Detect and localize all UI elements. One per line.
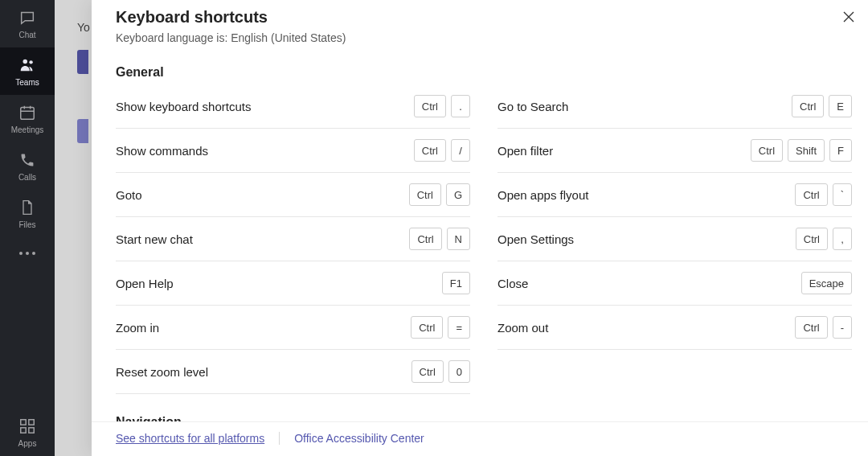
shortcut-label: Open Help [116, 277, 174, 290]
background-chip [77, 119, 88, 143]
key: Ctrl [409, 228, 441, 250]
svg-rect-2 [21, 108, 35, 120]
key: F1 [442, 272, 470, 294]
shortcut-label: Open filter [497, 144, 553, 158]
apprail-more[interactable] [0, 237, 55, 269]
apprail-calls-label: Calls [18, 173, 36, 183]
key: Ctrl [414, 95, 446, 117]
svg-point-1 [29, 60, 32, 64]
key: / [451, 139, 470, 162]
chat-icon [18, 8, 37, 27]
shortcut-row: Open Settings Ctrl, [497, 217, 852, 261]
teams-icon [18, 55, 37, 75]
app-rail: Chat Teams Meetings Calls Files [0, 0, 55, 456]
key: E [829, 95, 852, 117]
shortcut-label: Reset zoom level [116, 365, 208, 379]
apprail-teams-label: Teams [15, 78, 39, 88]
key: Ctrl [414, 139, 446, 162]
shortcut-row: Open Help F1 [116, 261, 470, 306]
shortcut-row: Open filter CtrlShiftF [497, 129, 852, 173]
key: F [829, 139, 852, 162]
section-title-navigation: Navigation [116, 415, 852, 421]
key: Ctrl [751, 139, 783, 162]
phone-icon [18, 150, 37, 170]
shortcut-label: Show keyboard shortcuts [116, 100, 251, 113]
apprail-calls[interactable]: Calls [0, 142, 55, 190]
key: Ctrl [411, 316, 443, 339]
modal-subtitle: Keyboard language is: English (United St… [116, 31, 852, 44]
see-all-platforms-link[interactable]: See shortcuts for all platforms [116, 432, 264, 445]
apprail-chat[interactable]: Chat [0, 0, 55, 47]
key: - [833, 316, 852, 339]
svg-point-0 [23, 60, 28, 64]
shortcut-row: Go to Search CtrlE [497, 84, 852, 129]
svg-rect-9 [29, 428, 34, 433]
key: N [447, 228, 470, 250]
shortcut-label: Show commands [116, 144, 208, 158]
key: = [448, 316, 470, 339]
modal-title: Keyboard shortcuts [116, 8, 852, 27]
shortcut-row: Zoom out Ctrl- [497, 306, 852, 350]
shortcut-row: Goto CtrlG [116, 173, 470, 217]
apprail-meetings-label: Meetings [11, 125, 44, 135]
key: Ctrl [409, 183, 441, 206]
calendar-icon [18, 103, 37, 122]
svg-point-5 [32, 252, 35, 255]
apprail-files[interactable]: Files [0, 190, 55, 237]
svg-point-4 [26, 252, 29, 255]
key: Ctrl [795, 316, 827, 339]
background-chip [77, 50, 88, 74]
section-title-general: General [116, 65, 852, 80]
shortcut-label: Close [497, 277, 528, 290]
key: G [446, 183, 470, 206]
footer-separator [279, 432, 280, 445]
svg-rect-7 [29, 420, 34, 425]
key: Shift [788, 139, 825, 162]
svg-rect-6 [21, 420, 26, 425]
close-button[interactable] [836, 5, 862, 31]
apprail-apps[interactable]: Apps [0, 409, 55, 456]
shortcut-label: Start new chat [116, 232, 193, 246]
apprail-apps-label: Apps [18, 439, 37, 449]
keyboard-shortcuts-modal: Keyboard shortcuts Keyboard language is:… [92, 0, 868, 456]
shortcut-row: Show keyboard shortcuts Ctrl. [116, 84, 470, 129]
shortcut-row: Open apps flyout Ctrl` [497, 173, 852, 217]
apprail-teams[interactable]: Teams [0, 47, 55, 95]
shortcut-row: Zoom in Ctrl= [116, 306, 470, 350]
key: Ctrl [792, 95, 824, 117]
shortcut-label: Goto [116, 188, 142, 202]
shortcut-row: Start new chat CtrlN [116, 217, 470, 261]
key: Ctrl [796, 228, 828, 250]
accessibility-center-link[interactable]: Office Accessibility Center [294, 432, 424, 445]
key: Ctrl [795, 183, 827, 206]
key: Ctrl [411, 360, 444, 383]
shortcut-row: Reset zoom level Ctrl0 [116, 350, 470, 394]
key: Escape [801, 272, 852, 294]
close-icon [842, 10, 855, 26]
shortcut-label: Open Settings [497, 232, 574, 246]
svg-point-3 [19, 252, 23, 255]
apps-icon [18, 417, 37, 436]
key: 0 [448, 360, 470, 383]
shortcut-label: Zoom in [116, 321, 159, 335]
shortcut-row: Close Escape [497, 261, 852, 306]
shortcut-row: Show commands Ctrl/ [116, 129, 470, 173]
svg-rect-8 [21, 428, 26, 433]
shortcut-label: Go to Search [497, 100, 568, 113]
key: , [833, 228, 852, 250]
apprail-chat-label: Chat [18, 31, 35, 40]
apprail-files-label: Files [18, 220, 35, 230]
apprail-meetings[interactable]: Meetings [0, 95, 55, 142]
shortcut-label: Open apps flyout [497, 188, 588, 202]
background-text: Yo [77, 21, 90, 34]
key: ` [833, 183, 852, 206]
shortcut-label: Zoom out [497, 321, 548, 335]
modal-footer: See shortcuts for all platforms Office A… [92, 421, 868, 456]
files-icon [18, 198, 37, 217]
key: . [451, 95, 470, 117]
